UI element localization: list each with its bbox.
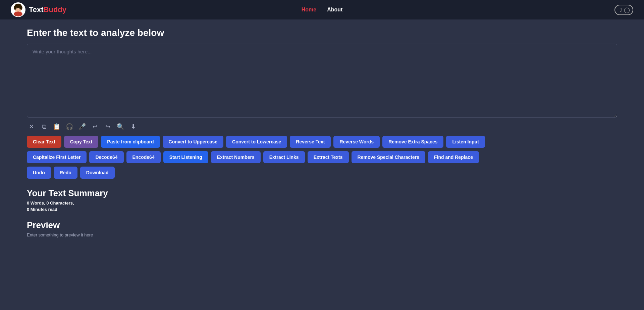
svg-point-4 [14,5,16,10]
preview-placeholder-text: Enter something to preview it here [27,232,617,237]
textarea-wrapper [27,44,617,119]
clear-text-button[interactable]: Clear Text [27,136,61,148]
button-row-2: Capitalize First Letter Decode64 Encode6… [27,151,617,163]
find-replace-button[interactable]: Find and Replace [428,151,479,163]
redo-button[interactable]: Redo [54,167,77,179]
button-row-1: Clear Text Copy Text Paste from clipboar… [27,136,617,148]
reverse-words-button[interactable]: Reverse Words [333,136,380,148]
copy-text-button[interactable]: Copy Text [64,136,99,148]
button-panel: Clear Text Copy Text Paste from clipboar… [27,136,617,179]
moon-icon: ☽ [618,7,623,13]
clipboard-icon[interactable]: 📋 [52,122,61,131]
svg-point-5 [20,5,22,10]
headphones-icon[interactable]: 🎧 [65,122,74,131]
summary-section: Your Text Summary 0 Words, 0 Characters,… [27,188,617,212]
download-button[interactable]: Download [80,167,115,179]
svg-point-2 [14,11,22,16]
summary-title: Your Text Summary [27,188,617,198]
redo-icon[interactable]: ↪ [103,122,112,131]
summary-time: 0 Minutes read [27,207,617,212]
summary-stats: 0 Words, 0 Characters, [27,201,617,206]
svg-point-7 [19,8,20,9]
start-listening-button[interactable]: Start Listening [163,151,208,163]
theme-toggle-button[interactable]: ☽ ◯ [614,5,633,15]
button-row-3: Undo Redo Download [27,167,617,179]
undo-button[interactable]: Undo [27,167,51,179]
listen-input-button[interactable]: Listen Input [446,136,485,148]
encode64-button[interactable]: Encode64 [126,151,161,163]
brand-name: TextBuddy [29,5,66,14]
download-icon[interactable]: ⬇ [129,122,138,131]
main-content: Enter the text to analyze below ✕ ⧉ 📋 🎧 … [0,19,644,251]
mic-icon[interactable]: 🎤 [78,122,87,131]
search-icon[interactable]: 🔍 [116,122,125,131]
sun-icon: ◯ [624,7,630,13]
decode64-button[interactable]: Decode64 [89,151,123,163]
copy-icon[interactable]: ⧉ [40,122,48,131]
extract-links-button[interactable]: Extract Links [263,151,305,163]
undo-icon[interactable]: ↩ [91,122,99,131]
preview-section: Preview Enter something to preview it he… [27,220,617,237]
extract-numbers-button[interactable]: Extract Numbers [211,151,261,163]
reverse-text-button[interactable]: Reverse Text [290,136,331,148]
brand-logo[interactable]: TextBuddy [11,2,66,17]
extract-texts-button[interactable]: Extract Texts [308,151,349,163]
close-icon[interactable]: ✕ [27,122,36,131]
page-title: Enter the text to analyze below [27,28,617,38]
uppercase-button[interactable]: Convert to Uppercase [163,136,223,148]
paste-clipboard-button[interactable]: Paste from clipboard [101,136,160,148]
preview-title: Preview [27,220,617,230]
nav-about-link[interactable]: About [327,7,342,13]
main-text-input[interactable] [27,44,617,118]
remove-special-button[interactable]: Remove Special Characters [352,151,425,163]
lowercase-button[interactable]: Convert to Lowercase [226,136,287,148]
svg-point-6 [16,8,17,9]
nav-links: Home About [302,7,343,13]
capitalize-button[interactable]: Capitalize First Letter [27,151,87,163]
remove-spaces-button[interactable]: Remove Extra Spaces [382,136,443,148]
navbar: TextBuddy Home About ☽ ◯ [0,0,644,19]
logo-image [11,2,25,17]
nav-home-link[interactable]: Home [302,7,316,13]
toolbar: ✕ ⧉ 📋 🎧 🎤 ↩ ↪ 🔍 ⬇ [27,122,617,131]
